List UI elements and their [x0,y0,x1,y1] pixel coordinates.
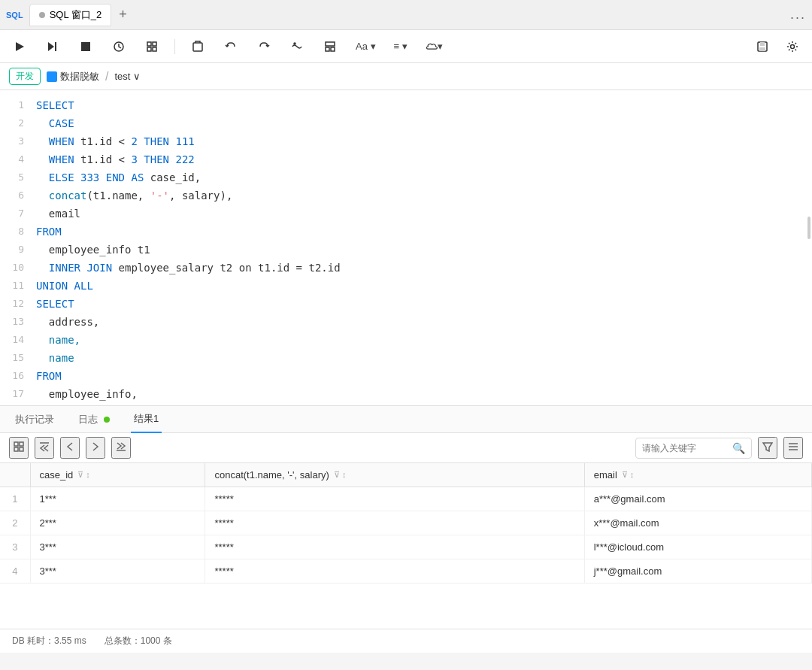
schema-selector[interactable]: test ∨ [114,71,141,82]
svg-rect-3 [81,42,90,51]
line-number: 5 [0,168,36,186]
more-tabs-button[interactable]: ... [790,7,806,23]
editor-line: 10 INNER JOIN employee_salary t2 on t1.i… [0,259,812,277]
header-rownum [0,463,30,487]
tab-execution-log[interactable]: 执行记录 [12,406,57,433]
cloud-button[interactable]: ▾ [423,36,446,57]
run-button[interactable] [9,36,30,57]
editor-line: 14 name, [0,331,812,349]
line-content: CASE [36,114,812,132]
breadcrumb-sep: / [105,70,108,83]
editor-line: 6 concat(t1.name, '-', salary), [0,186,812,205]
next-row-button[interactable] [86,437,105,459]
header-concat-icons[interactable]: ⊽ ↕ [334,470,347,480]
svg-rect-5 [147,42,151,46]
line-number: 6 [0,186,36,205]
open-file-button[interactable] [187,36,208,57]
cell-case-id: 3*** [30,559,205,584]
line-number: 9 [0,241,36,259]
svg-rect-12 [326,47,329,51]
line-number: 14 [0,331,36,349]
header-email-icons[interactable]: ⊽ ↕ [622,470,635,480]
editor-line: 11UNION ALL [0,277,812,295]
table-row[interactable]: 43********j***@gmail.com [0,559,812,584]
table-row[interactable]: 11********a***@gmail.com [0,487,812,511]
cell-concat: ***** [205,535,584,559]
table-header-row: case_id ⊽ ↕ concat(t1.name, '-', salary)… [0,463,812,487]
svg-rect-21 [20,447,23,451]
format-button[interactable] [141,36,162,57]
svg-point-10 [294,43,295,44]
line-content: SELECT [36,295,812,313]
line-number: 1 [0,96,36,114]
active-tab[interactable]: SQL 窗口_2 [29,4,112,26]
last-row-button[interactable] [111,437,131,459]
cell-concat: ***** [205,559,584,584]
toolbar-separator [174,39,175,54]
line-content: email [36,205,812,223]
history-button[interactable] [108,36,129,57]
stop-button[interactable] [75,36,96,57]
header-concat: concat(t1.name, '-', salary) ⊽ ↕ [205,463,584,487]
tab-log[interactable]: 日志 [75,406,113,433]
db-item: 数据脱敏 [47,70,99,83]
sql-editor[interactable]: 1SELECT2 CASE3 WHEN t1.id < 2 THEN 1114 … [0,90,812,406]
cell-case-id: 3*** [30,535,205,559]
redo-button[interactable] [253,36,274,57]
layout-button[interactable] [320,36,341,57]
cell-email: x***@mail.com [584,511,811,535]
row-number: 1 [0,487,30,511]
search-input[interactable] [642,443,732,453]
row-number: 3 [0,535,30,559]
editor-line: 9 employee_info t1 [0,241,812,259]
run-cursor-button[interactable] [42,36,63,57]
cell-case-id: 2*** [30,511,205,535]
line-number: 2 [0,114,36,132]
first-row-button[interactable] [35,437,54,459]
new-tab-button[interactable]: + [114,7,132,23]
toolbar-right [752,36,803,57]
search-icon[interactable]: 🔍 [732,442,745,454]
expand-icon[interactable] [9,437,29,459]
table-row[interactable]: 33********l***@icloud.com [0,535,812,559]
row-number: 2 [0,511,30,535]
header-case-id: case_id ⊽ ↕ [30,463,205,487]
cell-concat: ***** [205,487,584,511]
line-content: UNION ALL [36,277,812,295]
line-number: 3 [0,132,36,150]
header-case-id-icons[interactable]: ⊽ ↕ [77,470,90,480]
menu-button[interactable] [783,437,803,459]
filter-button[interactable] [758,437,777,459]
table-row[interactable]: 22********x***@mail.com [0,511,812,535]
svg-rect-7 [147,47,151,51]
editor-line: 15 name [0,349,812,367]
undo-button[interactable] [220,36,241,57]
beautify-button[interactable] [286,36,308,57]
line-number: 13 [0,313,36,331]
view-button[interactable]: ≡ ▾ [391,36,411,57]
line-content: FROM [36,367,812,385]
svg-marker-0 [16,42,24,51]
dev-badge[interactable]: 开发 [9,68,41,85]
settings-button[interactable] [782,36,803,57]
svg-rect-15 [760,42,765,46]
svg-marker-1 [48,42,54,51]
font-button[interactable]: Aa ▾ [353,36,379,57]
svg-rect-19 [20,442,23,446]
editor-line: 17 employee_info, [0,385,812,403]
tab-log-label: 日志 [78,413,98,426]
result-toolbar-left [9,437,131,459]
line-number: 17 [0,385,36,403]
cell-email: l***@icloud.com [584,535,811,559]
line-content: employee_info t1 [36,241,812,259]
editor-scrollbar[interactable] [807,217,810,239]
save-button[interactable] [752,36,773,57]
toolbar: Aa ▾ ≡ ▾ ▾ [0,30,812,63]
header-email: email ⊽ ↕ [584,463,811,487]
editor-line: 5 ELSE 333 END AS case_id, [0,168,812,186]
tab-result1[interactable]: 结果1 [131,406,162,433]
svg-rect-11 [326,42,335,46]
line-number: 7 [0,205,36,223]
cell-email: a***@gmail.com [584,487,811,511]
prev-row-button[interactable] [60,437,80,459]
